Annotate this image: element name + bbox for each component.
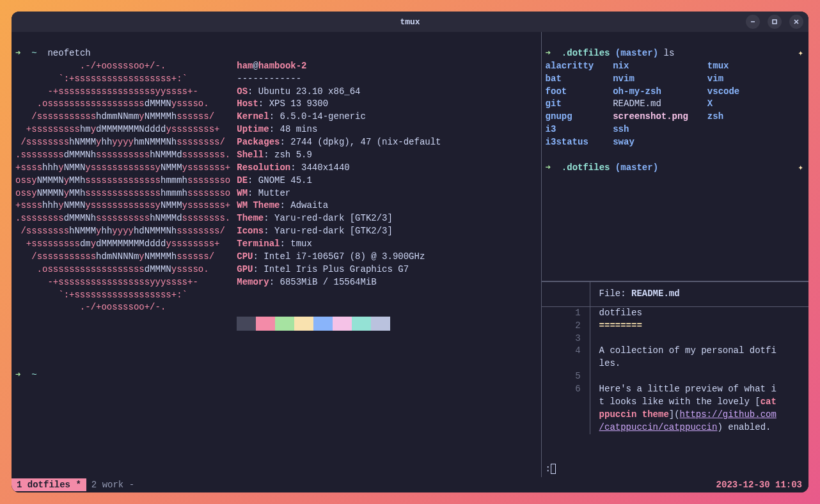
- cursor: [551, 464, 556, 474]
- top-right-pane[interactable]: ➜ .dotfiles (master) ls✦ alacrittybatfoo…: [542, 32, 808, 281]
- maximize-button[interactable]: [768, 15, 782, 29]
- line-numbers: 1 2 3 4 5 6: [542, 307, 590, 434]
- gutter: [542, 282, 590, 306]
- ls-item: screenshot.png: [613, 111, 688, 123]
- ls-item: gnupg: [546, 111, 594, 123]
- window-title: tmux: [400, 17, 420, 27]
- info-row: Icons: Yaru-red-dark [GTK2/3]: [237, 225, 441, 238]
- color-block: [371, 317, 390, 331]
- ls-item: i3: [546, 123, 594, 136]
- info-row: Shell: zsh 5.9: [237, 149, 441, 162]
- color-block: [352, 317, 371, 331]
- ls-item: nvim: [613, 73, 688, 86]
- info-row: Theme: Yaru-red-dark [GTK2/3]: [237, 212, 441, 225]
- info-row: Resolution: 3440x1440: [237, 162, 441, 175]
- prompt-arrow: ➜: [15, 48, 20, 58]
- bat-file-label: File: README.md: [590, 288, 680, 301]
- ls-item: ssh: [613, 123, 688, 136]
- ls-item: tmux: [707, 60, 739, 73]
- window-controls: [746, 15, 803, 29]
- status-left: 1 dotfiles * 2 work -: [12, 478, 139, 491]
- command-line[interactable]: :: [546, 463, 556, 476]
- info-row: WM Theme: Adwaita: [237, 200, 441, 212]
- color-palette: [237, 317, 441, 331]
- info-row: WM: Mutter: [237, 187, 441, 200]
- info-row: Terminal: tmux: [237, 238, 441, 251]
- bottom-right-pane[interactable]: File: README.md 1 2 3 4 5 6 dotfiles ===…: [542, 281, 808, 477]
- prompt-cwd: ~: [31, 370, 36, 380]
- info-row: CPU: Intel i7-1065G7 (8) @ 3.900GHz: [237, 251, 441, 264]
- ascii-logo: .-/+oossssoo+/-. `:+ssssssssssssssssss+:…: [15, 60, 230, 343]
- ls-output: alacrittybatfootgitgnupgi3i3statusnixnvi…: [546, 60, 805, 149]
- ls-item: sway: [613, 136, 688, 149]
- color-block: [333, 317, 352, 331]
- star-icon: ✦: [798, 47, 803, 60]
- ls-item: bat: [546, 73, 594, 86]
- minimize-button[interactable]: [746, 15, 760, 29]
- color-block: [313, 317, 333, 331]
- titlebar: tmux: [12, 12, 808, 32]
- prompt-cwd: ~: [31, 48, 36, 58]
- ls-item: alacritty: [546, 60, 594, 73]
- terminal-body[interactable]: ➜ ~ neofetch .-/+oossssoo+/-. `:+sssssss…: [12, 32, 808, 477]
- ls-item: README.md: [613, 98, 688, 111]
- ls-item: foot: [546, 86, 594, 98]
- prompt-dir: .dotfiles: [562, 162, 610, 173]
- prompt-arrow: ➜: [546, 48, 551, 58]
- ls-item: zsh: [707, 111, 739, 123]
- star-icon: ✦: [798, 162, 803, 175]
- tmux-window-inactive[interactable]: 2 work -: [86, 478, 139, 491]
- ls-item: vscode: [707, 86, 739, 98]
- prompt-arrow: ➜: [546, 162, 551, 173]
- ls-item: oh-my-zsh: [613, 86, 688, 98]
- bat-header: File: README.md: [542, 281, 808, 307]
- neofetch-info: ham@hambook-2 ------------ OS: Ubuntu 23…: [230, 60, 441, 343]
- prompt-arrow: ➜: [15, 370, 20, 380]
- tmux-statusbar: 1 dotfiles * 2 work - 2023-12-30 11:03: [12, 477, 808, 492]
- info-row: Packages: 2744 (dpkg), 47 (nix-default: [237, 136, 441, 149]
- info-row: GPU: Intel Iris Plus Graphics G7: [237, 264, 441, 276]
- prompt-command: neofetch: [47, 48, 90, 58]
- terminal-window: tmux ➜ ~ neofetch .-/+oossssoo+/-. `:+ss…: [12, 12, 808, 492]
- status-datetime: 2023-12-30 11:03: [716, 480, 808, 490]
- color-block: [237, 317, 256, 331]
- ls-item: git: [546, 98, 594, 111]
- prompt-dir: .dotfiles: [562, 48, 610, 58]
- color-block: [294, 317, 313, 331]
- svg-rect-1: [773, 20, 777, 24]
- neofetch-output: .-/+oossssoo+/-. `:+ssssssssssssssssss+:…: [15, 60, 537, 343]
- tmux-window-active[interactable]: 1 dotfiles *: [12, 478, 86, 491]
- git-branch: (master): [615, 48, 658, 58]
- bat-body: 1 2 3 4 5 6 dotfiles ======== A collecti…: [542, 307, 808, 434]
- close-button[interactable]: [789, 15, 803, 29]
- file-content: dotfiles ======== A collection of my per…: [590, 307, 808, 434]
- right-panes: ➜ .dotfiles (master) ls✦ alacrittybatfoo…: [542, 32, 808, 477]
- info-row: Host: XPS 13 9300: [237, 98, 441, 111]
- color-block: [275, 317, 294, 331]
- ls-item: X: [707, 98, 739, 111]
- color-block: [256, 317, 275, 331]
- ls-item: i3status: [546, 136, 594, 149]
- info-row: Kernel: 6.5.0-14-generic: [237, 111, 441, 123]
- ls-item: vim: [707, 73, 739, 86]
- info-row: OS: Ubuntu 23.10 x86_64: [237, 86, 441, 98]
- ls-command: ls: [663, 48, 674, 58]
- git-branch: (master): [615, 162, 658, 173]
- info-row: Uptime: 48 mins: [237, 123, 441, 136]
- info-row: DE: GNOME 45.1: [237, 175, 441, 187]
- info-row: Memory: 6853MiB / 15564MiB: [237, 276, 441, 289]
- ls-item: nix: [613, 60, 688, 73]
- left-pane[interactable]: ➜ ~ neofetch .-/+oossssoo+/-. `:+sssssss…: [12, 32, 542, 477]
